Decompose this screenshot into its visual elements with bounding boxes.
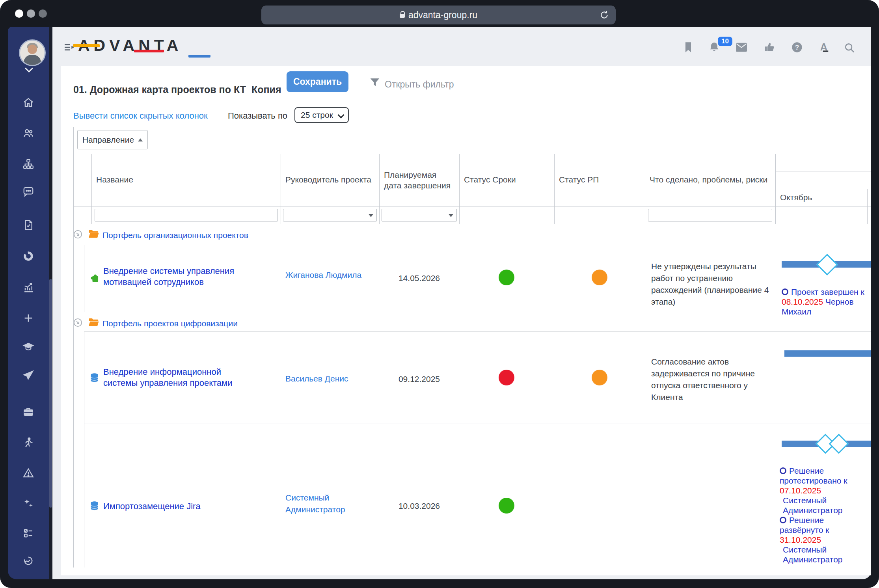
manager-link[interactable]: Васильев Денис xyxy=(285,373,372,385)
warning-icon[interactable] xyxy=(22,467,34,479)
table-top-border xyxy=(73,127,871,127)
timeline-month-label[interactable]: Октябрь xyxy=(780,193,812,202)
window-zoom-dot[interactable] xyxy=(39,9,47,18)
milestone-owner[interactable]: Системный Администратор xyxy=(780,495,870,515)
history-check-icon[interactable] xyxy=(22,555,34,567)
milestone-annotation: Проект завершен к 08.10.2025 Чернов Миха… xyxy=(782,287,879,316)
org-chart-icon[interactable] xyxy=(22,158,34,170)
logo-blue-stroke xyxy=(188,55,210,58)
status-time-dot-green xyxy=(499,498,514,514)
save-button[interactable]: Сохранить xyxy=(287,71,348,92)
milestone-date: 08.10.2025 xyxy=(782,297,823,306)
status-time-dot-green xyxy=(499,270,514,285)
briefcase-icon[interactable] xyxy=(22,406,34,418)
education-icon[interactable] xyxy=(22,341,34,353)
bookmark-icon[interactable] xyxy=(683,41,694,54)
home-icon[interactable] xyxy=(22,97,34,108)
milestone-marker-icon xyxy=(780,467,786,474)
status-time-dot-red xyxy=(499,370,514,385)
milestone-marker-icon xyxy=(780,517,786,523)
browser-window: advanta-group.ru xyxy=(0,0,879,588)
plus-icon[interactable] xyxy=(22,312,34,324)
group-expander-icon[interactable] xyxy=(73,230,82,239)
notes-text: Согласование актов задерживается по прич… xyxy=(651,356,758,403)
col-header-name[interactable]: Название xyxy=(96,175,133,184)
filter-input-name[interactable] xyxy=(95,209,278,221)
project-link[interactable]: Внедрение информационной системы управле… xyxy=(103,367,251,389)
col-header-notes[interactable]: Что сделано, проблемы, риски xyxy=(650,175,767,184)
document-check-icon[interactable] xyxy=(22,219,34,231)
sort-asc-icon xyxy=(138,138,143,141)
group-link-digital-portfolio[interactable]: Портфель проектов цифровизации xyxy=(102,319,238,328)
checklist-icon[interactable] xyxy=(22,527,34,539)
thumbs-up-icon[interactable] xyxy=(763,41,776,54)
milestone-label[interactable]: Решение развёрнуто к xyxy=(780,515,829,534)
mail-icon[interactable] xyxy=(735,42,748,53)
notes-text: Не утверждены результаты работ по устран… xyxy=(651,261,774,308)
group-by-button[interactable]: Направление xyxy=(77,130,148,149)
group-expander-icon[interactable] xyxy=(73,318,82,327)
window-close-dot[interactable] xyxy=(15,9,23,18)
project-link[interactable]: Внедрение системы управления мотивацией … xyxy=(103,266,249,288)
trend-chart-icon[interactable] xyxy=(22,281,34,293)
status-rp-dot-orange xyxy=(592,270,607,285)
filter-select-due[interactable] xyxy=(382,209,457,221)
col-line xyxy=(91,154,92,224)
sidebar-scrollbar-thumb[interactable] xyxy=(49,279,52,508)
manager-link[interactable]: Жиганова Людмила xyxy=(285,269,364,281)
donut-chart-icon[interactable] xyxy=(22,250,34,262)
select-chevron-icon xyxy=(338,112,345,119)
child-block-border xyxy=(84,245,84,312)
collapse-menu-icon[interactable] xyxy=(63,41,76,54)
col-line xyxy=(554,154,555,224)
due-date: 09.12.2025 xyxy=(379,374,459,384)
filter-select-manager[interactable] xyxy=(283,209,377,221)
status-rp-dot-orange xyxy=(592,370,607,385)
milestone-owner[interactable]: Системный Администратор xyxy=(780,545,870,564)
dropdown-arrow-icon xyxy=(449,214,453,217)
group-by-label: Направление xyxy=(82,135,134,145)
address-bar[interactable]: advanta-group.ru xyxy=(261,6,616,24)
airplane-icon[interactable] xyxy=(22,370,34,381)
folder-icon xyxy=(88,318,99,327)
milestone-date: 31.10.2025 xyxy=(780,535,870,545)
running-man-icon[interactable] xyxy=(22,437,34,448)
col-header-due[interactable]: Планируемая дата завершения xyxy=(384,169,455,191)
database-icon xyxy=(89,501,100,511)
milestone-label[interactable]: Проект завершен к xyxy=(791,287,864,296)
search-icon[interactable] xyxy=(844,42,855,54)
milestone-date: 07.10.2025 xyxy=(780,486,870,495)
user-avatar[interactable] xyxy=(19,39,46,66)
filter-funnel-icon[interactable] xyxy=(369,76,381,88)
timeline-row-line xyxy=(775,189,871,189)
gantt-bar[interactable] xyxy=(784,350,871,357)
page-size-select[interactable]: 25 строк xyxy=(294,107,349,123)
filter-bottom-line xyxy=(73,224,871,224)
advanta-a-icon[interactable]: A xyxy=(817,40,831,54)
window-minimize-dot[interactable] xyxy=(27,9,35,18)
users-icon[interactable] xyxy=(22,127,34,139)
group-link-org-portfolio[interactable]: Портфель организационных проектов xyxy=(102,231,248,240)
month-col-line xyxy=(867,189,868,224)
hidden-columns-link[interactable]: Вывести список скрытых колонок xyxy=(73,111,208,121)
milestone-label[interactable]: Решение протестировано к xyxy=(780,466,847,485)
filter-input-notes[interactable] xyxy=(648,209,772,221)
col-header-status-rp[interactable]: Статус РП xyxy=(559,175,599,184)
sidebar-scrollbar[interactable] xyxy=(49,27,52,579)
svg-text:?: ? xyxy=(795,43,799,51)
sparkles-icon[interactable] xyxy=(22,497,34,509)
manager-link[interactable]: Системный Администратор xyxy=(285,492,364,515)
table-left-border xyxy=(73,127,74,568)
page-title: 01. Дорожная карта проектов по КТ_Копия xyxy=(73,84,281,95)
dropdown-arrow-icon xyxy=(369,214,373,217)
project-link[interactable]: Импортозамещение Jira xyxy=(103,501,269,512)
help-icon[interactable]: ? xyxy=(791,41,803,54)
col-header-manager[interactable]: Руководитель проекта xyxy=(285,175,371,184)
chat-icon[interactable] xyxy=(22,186,34,197)
col-header-status-time[interactable]: Статус Сроки xyxy=(464,175,516,184)
open-filter-label[interactable]: Открыть фильтр xyxy=(385,79,454,90)
logo-red-stroke xyxy=(134,50,164,52)
database-icon xyxy=(89,372,100,383)
reload-icon[interactable] xyxy=(599,10,609,20)
child-block-border xyxy=(84,331,871,332)
